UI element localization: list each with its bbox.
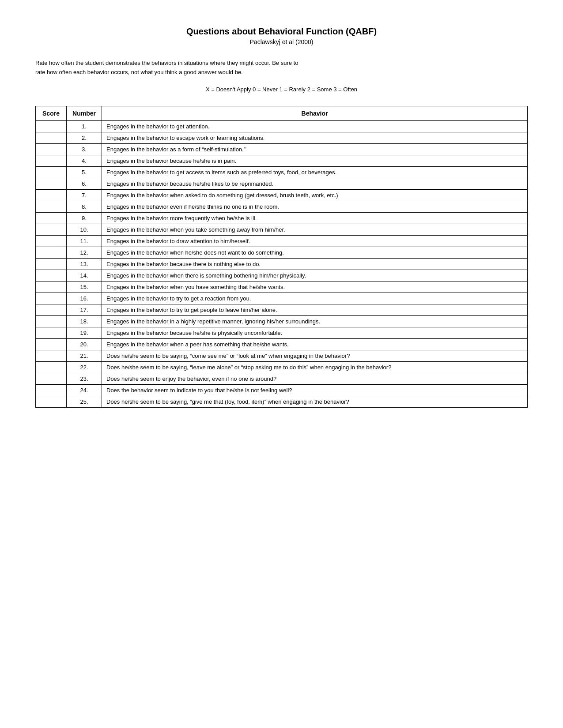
number-cell: 19. — [67, 327, 102, 338]
number-cell: 15. — [67, 281, 102, 293]
score-cell — [36, 327, 67, 338]
behavior-cell: Engages in the behavior because he/she l… — [102, 178, 528, 189]
behavior-cell: Does he/she seem to be saying, “leave me… — [102, 361, 528, 373]
table-row: 22.Does he/she seem to be saying, “leave… — [36, 361, 528, 373]
number-cell: 9. — [67, 212, 102, 224]
score-cell — [36, 143, 67, 155]
behavior-cell: Does he/she seem to be saying, “give me … — [102, 396, 528, 407]
score-cell — [36, 258, 67, 270]
table-row: 18.Engages in the behavior in a highly r… — [36, 315, 528, 327]
number-cell: 14. — [67, 270, 102, 281]
table-row: 24.Does the behavior seem to indicate to… — [36, 384, 528, 396]
score-cell — [36, 281, 67, 293]
number-cell: 18. — [67, 315, 102, 327]
table-row: 14.Engages in the behavior when there is… — [36, 270, 528, 281]
number-cell: 25. — [67, 396, 102, 407]
table-row: 21.Does he/she seem to be saying, “come … — [36, 350, 528, 361]
behavior-cell: Does he/she seem to enjoy the behavior, … — [102, 373, 528, 384]
score-cell — [36, 235, 67, 247]
number-cell: 22. — [67, 361, 102, 373]
table-row: 5.Engages in the behavior to get access … — [36, 166, 528, 178]
header-score: Score — [36, 106, 67, 120]
number-cell: 13. — [67, 258, 102, 270]
behavior-cell: Engages in the behavior when he/she does… — [102, 247, 528, 258]
number-cell: 10. — [67, 224, 102, 235]
behavior-cell: Engages in the behavior to get access to… — [102, 166, 528, 178]
page-title: Questions about Behavioral Function (QAB… — [35, 26, 528, 37]
number-cell: 17. — [67, 304, 102, 315]
score-cell — [36, 247, 67, 258]
number-cell: 12. — [67, 247, 102, 258]
behavior-cell: Engages in the behavior even if he/she t… — [102, 201, 528, 212]
behavior-cell: Engages in the behavior to try to get pe… — [102, 304, 528, 315]
table-row: 10.Engages in the behavior when you take… — [36, 224, 528, 235]
score-cell — [36, 304, 67, 315]
instructions-line2: rate how often each behavior occurs, not… — [35, 69, 243, 75]
behavior-cell: Engages in the behavior in a highly repe… — [102, 315, 528, 327]
score-cell — [36, 178, 67, 189]
table-row: 12.Engages in the behavior when he/she d… — [36, 247, 528, 258]
behavior-cell: Engages in the behavior when a peer has … — [102, 338, 528, 350]
table-row: 7.Engages in the behavior when asked to … — [36, 189, 528, 201]
instructions-line1: Rate how often the student demonstrates … — [35, 60, 298, 66]
behavior-cell: Engages in the behavior to try to get a … — [102, 293, 528, 304]
score-cell — [36, 166, 67, 178]
score-cell — [36, 350, 67, 361]
score-cell — [36, 315, 67, 327]
score-cell — [36, 224, 67, 235]
table-row: 15.Engages in the behavior when you have… — [36, 281, 528, 293]
number-cell: 1. — [67, 120, 102, 132]
score-cell — [36, 373, 67, 384]
score-cell — [36, 189, 67, 201]
behavior-table: Score Number Behavior 1.Engages in the b… — [35, 106, 528, 408]
score-cell — [36, 384, 67, 396]
number-cell: 24. — [67, 384, 102, 396]
score-cell — [36, 132, 67, 143]
score-cell — [36, 338, 67, 350]
score-cell — [36, 155, 67, 166]
instructions: Rate how often the student demonstrates … — [35, 59, 528, 77]
table-row: 2.Engages in the behavior to escape work… — [36, 132, 528, 143]
table-row: 6.Engages in the behavior because he/she… — [36, 178, 528, 189]
behavior-cell: Engages in the behavior when you have so… — [102, 281, 528, 293]
number-cell: 7. — [67, 189, 102, 201]
behavior-cell: Engages in the behavior because he/she i… — [102, 327, 528, 338]
table-row: 23.Does he/she seem to enjoy the behavio… — [36, 373, 528, 384]
behavior-cell: Does he/she seem to be saying, “come see… — [102, 350, 528, 361]
score-cell — [36, 361, 67, 373]
score-cell — [36, 270, 67, 281]
number-cell: 20. — [67, 338, 102, 350]
number-cell: 16. — [67, 293, 102, 304]
number-cell: 5. — [67, 166, 102, 178]
table-row: 20.Engages in the behavior when a peer h… — [36, 338, 528, 350]
number-cell: 6. — [67, 178, 102, 189]
behavior-cell: Engages in the behavior because he/she i… — [102, 155, 528, 166]
table-row: 17.Engages in the behavior to try to get… — [36, 304, 528, 315]
table-row: 9.Engages in the behavior more frequentl… — [36, 212, 528, 224]
behavior-cell: Engages in the behavior when you take so… — [102, 224, 528, 235]
table-row: 4.Engages in the behavior because he/she… — [36, 155, 528, 166]
table-row: 1.Engages in the behavior to get attenti… — [36, 120, 528, 132]
table-row: 19.Engages in the behavior because he/sh… — [36, 327, 528, 338]
score-cell — [36, 212, 67, 224]
header-behavior: Behavior — [102, 106, 528, 120]
score-cell — [36, 293, 67, 304]
table-row: 25.Does he/she seem to be saying, “give … — [36, 396, 528, 407]
page-subtitle: Paclawskyj et al (2000) — [35, 38, 528, 45]
behavior-cell: Engages in the behavior when asked to do… — [102, 189, 528, 201]
behavior-cell: Engages in the behavior to escape work o… — [102, 132, 528, 143]
score-cell — [36, 201, 67, 212]
score-cell — [36, 120, 67, 132]
number-cell: 21. — [67, 350, 102, 361]
table-row: 8.Engages in the behavior even if he/she… — [36, 201, 528, 212]
behavior-cell: Engages in the behavior as a form of “se… — [102, 143, 528, 155]
table-row: 16.Engages in the behavior to try to get… — [36, 293, 528, 304]
behavior-cell: Engages in the behavior because there is… — [102, 258, 528, 270]
scale-text: X = Doesn't Apply 0 = Never 1 = Rarely 2… — [206, 86, 357, 93]
table-header-row: Score Number Behavior — [36, 106, 528, 120]
behavior-cell: Engages in the behavior more frequently … — [102, 212, 528, 224]
number-cell: 2. — [67, 132, 102, 143]
behavior-cell: Engages in the behavior to draw attentio… — [102, 235, 528, 247]
number-cell: 23. — [67, 373, 102, 384]
number-cell: 3. — [67, 143, 102, 155]
